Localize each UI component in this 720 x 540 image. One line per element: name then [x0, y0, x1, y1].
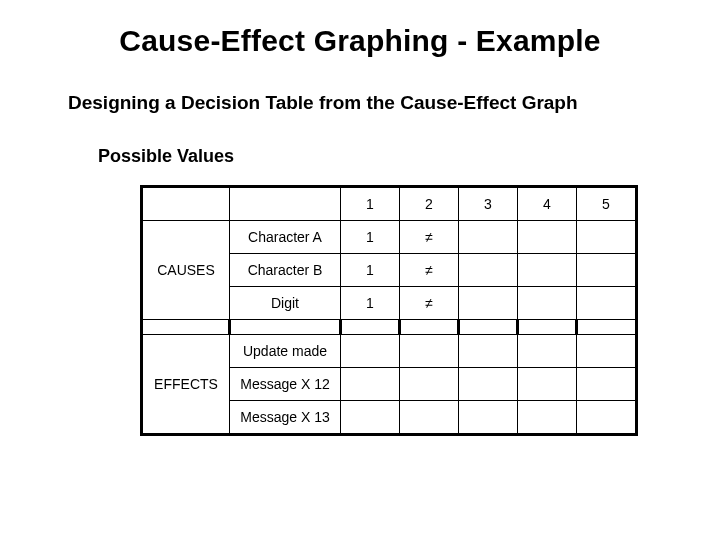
cause-label: Character B	[230, 254, 341, 287]
cell	[341, 368, 400, 401]
cell: ≠	[400, 221, 459, 254]
col-header: 5	[577, 187, 637, 221]
cell	[459, 287, 518, 320]
effect-label: Message X 12	[230, 368, 341, 401]
effect-label: Update made	[230, 335, 341, 368]
cell	[459, 254, 518, 287]
cell	[459, 401, 518, 435]
spacer-cell	[518, 320, 577, 335]
cell	[341, 401, 400, 435]
causes-group-cell: CAUSES	[142, 221, 230, 320]
cell: ≠	[400, 287, 459, 320]
col-header: 3	[459, 187, 518, 221]
spacer-cell	[142, 320, 230, 335]
cause-label: Digit	[230, 287, 341, 320]
slide-subtitle: Designing a Decision Table from the Caus…	[68, 92, 680, 114]
cause-label: Character A	[230, 221, 341, 254]
cell	[400, 401, 459, 435]
cell	[459, 335, 518, 368]
slide: Cause-Effect Graphing - Example Designin…	[0, 0, 720, 540]
section-heading: Possible Values	[98, 146, 680, 167]
cell	[518, 335, 577, 368]
col-header: 2	[400, 187, 459, 221]
spacer-cell	[230, 320, 341, 335]
cell: 1	[341, 287, 400, 320]
table-row: CAUSES Character A 1 ≠	[142, 221, 637, 254]
cell	[518, 368, 577, 401]
col-header: 1	[341, 187, 400, 221]
spacer-cell	[459, 320, 518, 335]
cell	[518, 254, 577, 287]
cell	[577, 335, 637, 368]
cell: ≠	[400, 254, 459, 287]
effects-group-cell: EFFECTS	[142, 335, 230, 435]
cell	[577, 254, 637, 287]
cell	[400, 335, 459, 368]
cell	[459, 221, 518, 254]
col-header: 4	[518, 187, 577, 221]
cell	[341, 335, 400, 368]
spacer-row	[142, 320, 637, 335]
cell	[518, 221, 577, 254]
cell: 1	[341, 221, 400, 254]
cell: 1	[341, 254, 400, 287]
decision-table: 1 2 3 4 5 CAUSES Character A 1 ≠ Charact…	[140, 185, 638, 436]
spacer-cell	[577, 320, 637, 335]
cell	[400, 368, 459, 401]
effect-label: Message X 13	[230, 401, 341, 435]
header-blank-label	[230, 187, 341, 221]
table-header-row: 1 2 3 4 5	[142, 187, 637, 221]
spacer-cell	[400, 320, 459, 335]
decision-table-wrap: 1 2 3 4 5 CAUSES Character A 1 ≠ Charact…	[140, 185, 680, 436]
cell	[518, 401, 577, 435]
slide-title: Cause-Effect Graphing - Example	[40, 24, 680, 58]
cell	[577, 221, 637, 254]
cell	[577, 401, 637, 435]
header-blank-group	[142, 187, 230, 221]
table-row: EFFECTS Update made	[142, 335, 637, 368]
cell	[577, 287, 637, 320]
cell	[577, 368, 637, 401]
cell	[518, 287, 577, 320]
cell	[459, 368, 518, 401]
spacer-cell	[341, 320, 400, 335]
